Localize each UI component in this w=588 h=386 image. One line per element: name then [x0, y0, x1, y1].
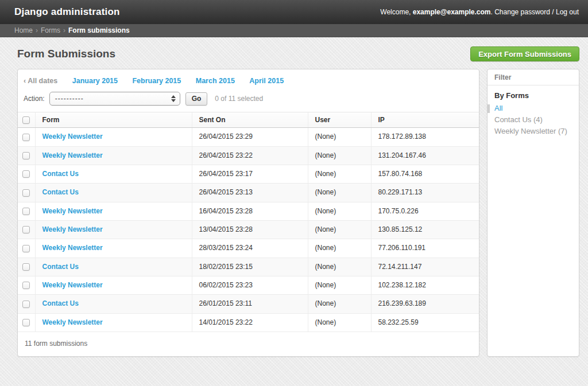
form-link[interactable]: Weekly Newsletter: [42, 151, 103, 159]
breadcrumb-separator: ›: [36, 26, 38, 34]
user-cell: (None): [308, 258, 371, 276]
change-password-link[interactable]: Change password: [494, 8, 550, 16]
ip-cell: 170.75.0.226: [371, 202, 479, 220]
user-cell: (None): [308, 276, 371, 294]
user-cell: (None): [308, 146, 371, 165]
filter-option[interactable]: All: [494, 103, 572, 114]
filter-option-link[interactable]: Contact Us (4): [494, 115, 543, 124]
sent-on-cell: 26/01/2015 23:11: [192, 295, 308, 313]
row-checkbox[interactable]: [22, 301, 30, 308]
breadcrumb: Home › Forms › Form submissions: [0, 24, 588, 37]
select-spinner-icon: [171, 95, 176, 102]
filter-option-link[interactable]: Weekly Newsletter (7): [494, 127, 567, 135]
filter-section-title: By Forms: [494, 91, 572, 100]
ip-cell: 58.232.25.59: [371, 313, 479, 332]
table-header-row: Form Sent On User IP: [18, 112, 479, 128]
form-link[interactable]: Weekly Newsletter: [42, 225, 103, 233]
user-cell: (None): [308, 128, 371, 146]
sent-on-cell: 26/04/2015 23:13: [192, 184, 308, 202]
user-cell: (None): [308, 202, 371, 220]
go-button[interactable]: Go: [185, 92, 208, 106]
ip-cell: 102.238.12.182: [371, 276, 479, 294]
form-link[interactable]: Weekly Newsletter: [42, 281, 103, 289]
all-dates-link[interactable]: ‹ All dates: [24, 77, 57, 85]
date-hierarchy: ‹ All dates January 2015 February 2015 M…: [18, 69, 479, 88]
column-header-form[interactable]: Form: [35, 112, 192, 128]
date-link-february-2015[interactable]: February 2015: [132, 77, 181, 85]
filter-option[interactable]: Contact Us (4): [494, 114, 572, 126]
table-row: Weekly Newsletter13/04/2015 23:28(None)1…: [18, 220, 479, 239]
sent-on-cell: 06/02/2015 23:23: [192, 276, 308, 294]
select-all-checkbox[interactable]: [22, 116, 30, 124]
column-header-user[interactable]: User: [308, 112, 371, 128]
app-header: Django administration Welcome, example@e…: [0, 0, 588, 24]
date-link-january-2015[interactable]: January 2015: [72, 77, 118, 85]
action-label: Action:: [24, 95, 45, 103]
user-cell: (None): [308, 220, 371, 239]
table-row: Contact Us26/04/2015 23:13(None)80.229.1…: [18, 184, 479, 202]
table-row: Weekly Newsletter26/04/2015 23:22(None)1…: [18, 146, 479, 165]
table-row: Weekly Newsletter26/04/2015 23:29(None)1…: [18, 128, 479, 146]
export-form-submissions-button[interactable]: Export Form Submissions: [470, 46, 579, 61]
result-count: 11 form submissions: [18, 332, 479, 356]
breadcrumb-forms-link[interactable]: Forms: [41, 26, 60, 34]
row-checkbox[interactable]: [22, 245, 30, 252]
user-cell: (None): [308, 165, 371, 183]
form-link[interactable]: Contact Us: [42, 188, 79, 196]
filter-options-list: AllContact Us (4)Weekly Newsletter (7): [494, 103, 572, 137]
row-checkbox[interactable]: [22, 134, 30, 141]
user-cell: (None): [308, 184, 371, 202]
breadcrumb-current: Form submissions: [68, 26, 130, 34]
date-link-march-2015[interactable]: March 2015: [196, 77, 235, 85]
breadcrumb-home-link[interactable]: Home: [14, 26, 33, 34]
row-checkbox[interactable]: [22, 189, 30, 197]
form-link[interactable]: Weekly Newsletter: [42, 318, 103, 326]
action-select[interactable]: ----------: [49, 92, 180, 106]
row-checkbox[interactable]: [22, 208, 30, 215]
sent-on-cell: 26/04/2015 23:22: [192, 146, 308, 165]
table-row: Weekly Newsletter28/03/2015 23:24(None)7…: [18, 239, 479, 258]
ip-cell: 80.229.171.13: [371, 184, 479, 202]
form-link[interactable]: Contact Us: [42, 263, 79, 271]
row-checkbox[interactable]: [22, 170, 30, 178]
column-header-sent-on[interactable]: Sent On: [192, 112, 308, 128]
sent-on-cell: 26/04/2015 23:17: [192, 165, 308, 183]
form-link[interactable]: Weekly Newsletter: [42, 244, 103, 252]
welcome-text: Welcome,: [380, 8, 412, 16]
table-row: Weekly Newsletter16/04/2015 23:28(None)1…: [18, 202, 479, 220]
table-row: Contact Us26/04/2015 23:17(None)157.80.7…: [18, 165, 479, 183]
row-checkbox[interactable]: [22, 263, 30, 271]
content-header: Form Submissions Export Form Submissions: [17, 46, 579, 61]
date-link-april-2015[interactable]: April 2015: [249, 77, 284, 85]
user-cell: (None): [308, 239, 371, 258]
table-row: Weekly Newsletter06/02/2015 23:23(None)1…: [18, 276, 479, 294]
ip-cell: 216.239.63.189: [371, 295, 479, 313]
column-header-ip[interactable]: IP: [371, 112, 479, 128]
logout-link[interactable]: Log out: [556, 8, 579, 16]
row-checkbox[interactable]: [22, 319, 30, 326]
form-link[interactable]: Weekly Newsletter: [42, 132, 103, 141]
action-select-value: ----------: [55, 95, 84, 103]
row-checkbox[interactable]: [22, 226, 30, 233]
filter-option[interactable]: Weekly Newsletter (7): [494, 126, 572, 137]
site-branding[interactable]: Django administration: [14, 6, 120, 18]
table-row: Weekly Newsletter14/01/2015 23:22(None)5…: [18, 313, 479, 332]
table-row: Contact Us18/02/2015 23:15(None)72.14.21…: [18, 258, 479, 276]
ip-cell: 157.80.74.168: [371, 165, 479, 183]
filter-title: Filter: [488, 69, 579, 85]
row-checkbox[interactable]: [22, 152, 30, 159]
filter-option-link[interactable]: All: [494, 104, 502, 112]
sent-on-cell: 13/04/2015 23:28: [192, 220, 308, 239]
form-link[interactable]: Contact Us: [42, 170, 79, 178]
ip-cell: 178.172.89.138: [371, 128, 479, 146]
sent-on-cell: 26/04/2015 23:29: [192, 128, 308, 146]
actions-bar: Action: ---------- Go 0 of 11 selected: [18, 88, 479, 112]
sent-on-cell: 18/02/2015 23:15: [192, 258, 308, 276]
row-checkbox[interactable]: [22, 282, 30, 289]
breadcrumb-separator: ›: [63, 26, 65, 34]
action-counter: 0 of 11 selected: [215, 95, 263, 103]
form-link[interactable]: Contact Us: [42, 299, 79, 307]
sent-on-cell: 14/01/2015 23:22: [192, 313, 308, 332]
sent-on-cell: 28/03/2015 23:24: [192, 239, 308, 258]
form-link[interactable]: Weekly Newsletter: [42, 207, 103, 215]
